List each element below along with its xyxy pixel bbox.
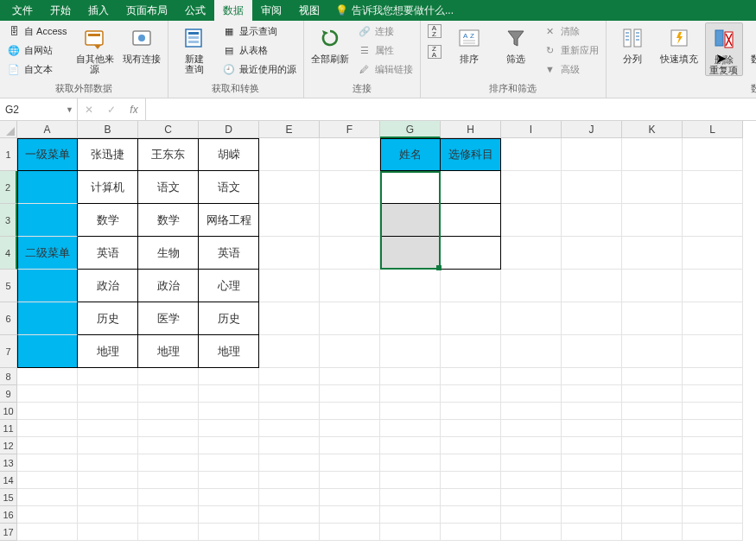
from-other-sources-button[interactable]: 自其他来源 [74, 22, 116, 74]
remove-duplicates-button[interactable]: 删除 重复项 [705, 22, 743, 76]
cell[interactable] [17, 302, 78, 335]
cell[interactable] [320, 489, 380, 506]
cell[interactable] [320, 270, 380, 302]
cell[interactable] [622, 138, 683, 171]
cell[interactable] [562, 138, 622, 171]
cell[interactable] [17, 524, 78, 541]
cell[interactable] [441, 403, 501, 420]
cell[interactable] [78, 368, 138, 385]
show-queries-button[interactable]: ▦显示查询 [220, 22, 298, 40]
select-all-corner[interactable] [0, 121, 17, 138]
cell[interactable] [199, 524, 259, 541]
tab-insert[interactable]: 插入 [79, 0, 118, 21]
cell[interactable] [380, 472, 441, 489]
tab-home[interactable]: 开始 [41, 0, 79, 21]
cell[interactable] [441, 302, 501, 335]
cell[interactable]: 计算机 [78, 171, 138, 204]
cell[interactable] [622, 524, 683, 541]
cell[interactable] [320, 302, 380, 335]
cell[interactable] [562, 403, 622, 420]
cell[interactable]: 网络工程 [199, 204, 259, 237]
existing-connections-button[interactable]: 现有连接 [121, 22, 162, 64]
cell[interactable]: 数学 [138, 204, 199, 237]
cell[interactable] [380, 420, 441, 437]
cell[interactable] [441, 489, 501, 506]
cell[interactable] [259, 437, 320, 454]
cell[interactable] [501, 420, 562, 437]
row-header[interactable]: 11 [0, 420, 17, 437]
cell[interactable] [199, 403, 259, 420]
cell[interactable] [17, 385, 78, 403]
cell[interactable] [17, 454, 78, 472]
cell[interactable] [138, 420, 199, 437]
cell[interactable]: 英语 [199, 237, 259, 270]
cell[interactable] [138, 506, 199, 524]
col-header[interactable]: J [562, 121, 622, 138]
tell-me-search[interactable]: 💡 告诉我您想要做什么... [335, 3, 454, 18]
sort-button[interactable]: AZ 排序 [448, 22, 490, 64]
cell[interactable] [441, 420, 501, 437]
cell[interactable] [320, 138, 380, 171]
row-header[interactable]: 6 [0, 302, 17, 335]
cell[interactable] [259, 335, 320, 368]
cell[interactable] [683, 454, 743, 472]
cell[interactable]: 数学 [78, 204, 138, 237]
cell[interactable] [683, 385, 743, 403]
cell[interactable] [562, 335, 622, 368]
tab-data[interactable]: 数据 [214, 0, 252, 21]
cell[interactable] [320, 403, 380, 420]
cell[interactable] [501, 454, 562, 472]
cell[interactable]: 医学 [138, 302, 199, 335]
cell[interactable] [683, 420, 743, 437]
cell[interactable] [320, 420, 380, 437]
cell[interactable] [78, 506, 138, 524]
formula-cancel-button[interactable]: ✕ [78, 104, 100, 116]
sort-asc-button[interactable]: AZ [426, 22, 443, 40]
cell[interactable] [380, 204, 441, 237]
cell[interactable] [501, 335, 562, 368]
cell[interactable]: 选修科目 [441, 138, 501, 171]
cell[interactable] [622, 489, 683, 506]
cell[interactable] [562, 204, 622, 237]
cell[interactable] [17, 472, 78, 489]
clear-filter-button[interactable]: ✕清除 [542, 22, 600, 40]
cell[interactable] [441, 472, 501, 489]
cell[interactable] [441, 204, 501, 237]
flash-fill-button[interactable]: 快速填充 [658, 22, 700, 64]
cell[interactable] [380, 454, 441, 472]
cell[interactable] [138, 454, 199, 472]
cell[interactable] [320, 472, 380, 489]
cell[interactable]: 生物 [138, 237, 199, 270]
cell[interactable] [683, 472, 743, 489]
cell[interactable] [199, 368, 259, 385]
cell[interactable] [683, 335, 743, 368]
row-header[interactable]: 15 [0, 489, 17, 506]
cell[interactable] [380, 489, 441, 506]
cell[interactable] [259, 385, 320, 403]
cell[interactable] [562, 368, 622, 385]
cell[interactable] [683, 437, 743, 454]
cell[interactable]: 姓名 [380, 138, 441, 171]
cell[interactable] [138, 437, 199, 454]
col-header[interactable]: G [380, 121, 441, 138]
from-table-button[interactable]: ▤从表格 [220, 41, 298, 59]
cell[interactable] [259, 237, 320, 270]
cell[interactable] [683, 138, 743, 171]
cell[interactable] [17, 204, 78, 237]
cell[interactable] [380, 368, 441, 385]
sort-desc-button[interactable]: ZA [426, 43, 443, 60]
cell[interactable] [320, 437, 380, 454]
cell[interactable]: 地理 [199, 335, 259, 368]
cell[interactable] [622, 437, 683, 454]
cell[interactable] [562, 420, 622, 437]
cell[interactable] [562, 524, 622, 541]
row-header[interactable]: 4 [0, 237, 17, 270]
cell[interactable] [683, 171, 743, 204]
cell[interactable] [683, 506, 743, 524]
cell[interactable]: 张迅捷 [78, 138, 138, 171]
row-header[interactable]: 16 [0, 506, 17, 524]
filter-button[interactable]: 筛选 [495, 22, 537, 64]
cell[interactable]: 地理 [138, 335, 199, 368]
cell[interactable] [259, 171, 320, 204]
cell[interactable] [17, 403, 78, 420]
